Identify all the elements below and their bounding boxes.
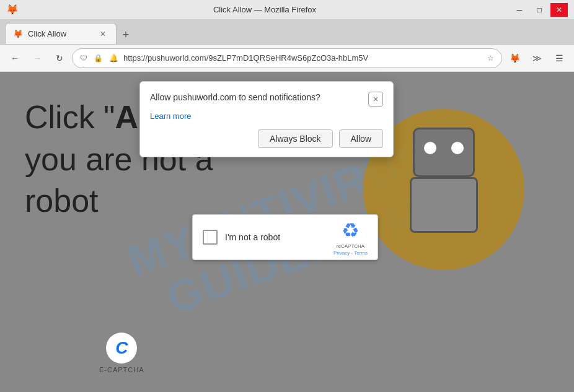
nav-bar: ← → ↻ 🛡 🔒 🔔 https://pushuworld.com/9sZLP… [0,45,574,72]
refresh-button[interactable]: ↻ [50,48,69,68]
robot-eye-left [424,142,436,154]
recaptcha-checkbox[interactable] [203,230,218,245]
window-controls: ─ □ ✕ [511,3,568,17]
close-window-button[interactable]: ✕ [550,3,568,17]
notification-bell-icon: 🔔 [108,53,120,64]
always-block-button[interactable]: Always Block [258,129,332,148]
tab-title: Click Allow [28,29,66,38]
new-tab-button[interactable]: + [117,25,135,44]
recaptcha-label: I'm not a robot [225,232,333,242]
minimize-button[interactable]: ─ [511,3,528,17]
heading-line3: robot [25,183,99,219]
active-tab[interactable]: 🦊 Click Allow ✕ [5,23,117,44]
popup-close-button[interactable]: × [368,92,383,107]
forward-button[interactable]: → [27,48,47,68]
shield-icon: 🛡 [79,53,89,64]
menu-button[interactable]: ☰ [549,48,569,68]
ecaptcha-label: E-CAPTCHA [99,366,144,373]
title-bar: 🦊 Click Allow — Mozilla Firefox ─ □ ✕ [0,0,574,20]
robot-head [413,128,475,177]
heading-part1: Click " [25,99,115,135]
url-text[interactable]: https://pushuworld.com/9sZLP7mD1QRSeHR4w… [123,53,482,63]
address-bar[interactable]: 🛡 🔒 🔔 https://pushuworld.com/9sZLP7mD1QR… [72,48,502,68]
browser-content: MYANTIVIRUS GUIDE.COM Click "Allow" if y… [0,72,574,392]
window-title: Click Allow — Mozilla Firefox [19,5,511,14]
firefox-logo-icon: 🦊 [6,4,19,15]
tab-close-button[interactable]: ✕ [97,28,108,40]
ecaptcha-widget: C E-CAPTCHA [99,333,144,373]
popup-header: Allow pushuworld.com to send notificatio… [150,92,383,107]
tab-bar: 🦊 Click Allow ✕ + [0,20,574,45]
learn-more-link[interactable]: Learn more [150,111,383,121]
popup-title: Allow pushuworld.com to send notificatio… [150,92,320,103]
maximize-button[interactable]: □ [531,3,548,17]
tab-favicon-icon: 🦊 [13,29,23,39]
recaptcha-links[interactable]: Privacy - Terms [333,250,368,256]
recaptcha-icon: ♻ [342,219,360,242]
popup-action-buttons: Always Block Allow [150,129,383,148]
pocket-button[interactable]: 🦊 [505,48,524,68]
recaptcha-logo-area: ♻ reCAPTCHA Privacy - Terms [333,219,368,256]
lock-icon: 🔒 [92,53,104,64]
recaptcha-brand: reCAPTCHA [337,243,364,249]
robot-eye-right [451,142,464,154]
title-bar-left: 🦊 [6,4,19,15]
extensions-button[interactable]: ≫ [527,48,547,68]
bookmark-icon[interactable]: ☆ [486,53,495,64]
ecaptcha-logo-icon: C [106,333,137,364]
allow-button[interactable]: Allow [339,129,383,148]
back-button[interactable]: ← [5,48,25,68]
nav-right-buttons: 🦊 ≫ ☰ [505,48,569,68]
robot-torso [410,177,478,233]
notification-popup: Allow pushuworld.com to send notificatio… [139,81,394,157]
recaptcha-widget: I'm not a robot ♻ reCAPTCHA Privacy - Te… [192,214,378,260]
